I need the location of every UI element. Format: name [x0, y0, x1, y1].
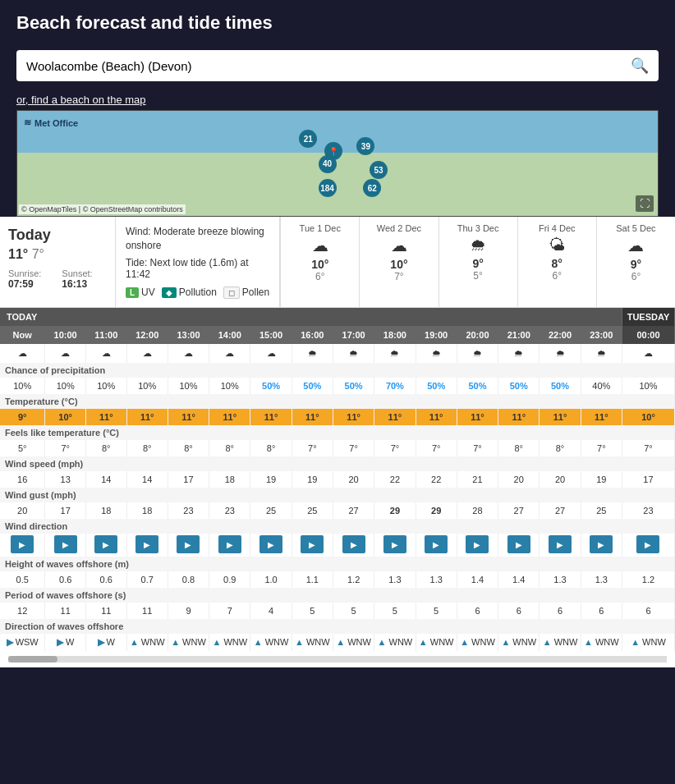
- wind-dir-arrow-2: [94, 535, 117, 553]
- wind-speed-row: 16131414171819192022222120201917: [0, 471, 675, 488]
- weather-icon-13: 🌧: [540, 344, 581, 363]
- day1-icon: ☁: [284, 236, 356, 255]
- forecast-day-2[interactable]: Wed 2 Dec ☁ 10° 7°: [359, 217, 438, 307]
- wind-dir-arrow-13: [549, 535, 572, 553]
- hourly-section: TODAY TUESDAY Now 10:00 11:00 12:00 13:0…: [0, 308, 675, 667]
- wind-dir-arrow-5: [218, 535, 241, 553]
- day4-high: 8°: [521, 257, 593, 270]
- precip-13: 50%: [540, 378, 581, 394]
- map-copyright: © OpenMapTiles | © OpenStreetMap contrib…: [19, 204, 186, 214]
- sunrise-label: Sunrise:: [8, 268, 41, 278]
- day2-high: 10°: [363, 258, 434, 271]
- temp-15: 10°: [622, 409, 674, 425]
- sunrise-value: 07:59: [8, 278, 41, 290]
- feels-4: 8°: [168, 440, 209, 456]
- hour-10: 19:00: [416, 326, 457, 344]
- search-section: 🔍: [0, 46, 675, 89]
- hour-0: Now: [0, 326, 45, 344]
- wind-dir-arrow-12: [507, 535, 530, 553]
- feels-8: 7°: [333, 440, 374, 456]
- search-icon[interactable]: 🔍: [631, 57, 649, 75]
- wind-dir-arrow-14: [590, 535, 613, 553]
- pollution-badge: ◆ Pollution: [162, 287, 217, 298]
- forecast-day-5[interactable]: Sat 5 Dec ☁ 9° 6°: [596, 217, 675, 307]
- temp-0: 9°: [0, 409, 45, 425]
- fullscreen-button[interactable]: ⛶: [636, 195, 654, 212]
- wind-dir-arrow-15: [636, 535, 659, 553]
- forecast-day-4[interactable]: Fri 4 Dec 🌤 8° 6°: [517, 217, 596, 307]
- day1-high: 10°: [284, 258, 356, 271]
- feels-3: 8°: [126, 440, 168, 456]
- hour-3: 12:00: [126, 326, 168, 344]
- uv-badge: L UV: [126, 287, 155, 298]
- map-pin[interactable]: 40: [319, 155, 337, 173]
- met-office-logo: ≋ Met Office: [24, 117, 78, 128]
- feels-like-row: 5° 7° 8° 8° 8° 8° 8° 7° 7° 7° 7° 7° 8° 8…: [0, 440, 675, 456]
- forecast-day-3[interactable]: Thu 3 Dec 🌧 9° 5°: [439, 217, 517, 307]
- wind-info: Wind: Moderate breeze blowing onshore: [126, 225, 269, 253]
- forecast-day-1[interactable]: Tue 1 Dec ☁ 10° 6°: [280, 217, 359, 307]
- forecast-days-container: Tue 1 Dec ☁ 10° 6° Wed 2 Dec ☁ 10° 7° Th…: [280, 217, 675, 307]
- weather-icon-3: ☁: [126, 344, 168, 363]
- precip-15: 10%: [622, 378, 674, 394]
- wind-dir-arrow-6: [259, 535, 282, 553]
- today-header: TODAY: [0, 308, 622, 326]
- pollen-badge: ◻ Pollen: [223, 287, 269, 299]
- precip-10: 50%: [416, 378, 457, 394]
- feels-6: 8°: [250, 440, 292, 456]
- wind-dir-arrow-8: [342, 535, 365, 553]
- hour-8: 17:00: [333, 326, 374, 344]
- precip-8: 50%: [333, 378, 374, 394]
- feels-0: 5°: [0, 440, 45, 456]
- precip-7: 50%: [292, 378, 333, 394]
- hour-labels-row: Now 10:00 11:00 12:00 13:00 14:00 15:00 …: [0, 326, 675, 344]
- weather-icon-2: ☁: [85, 344, 126, 363]
- wind-gust-row: 20171818232325252729292827272523: [0, 502, 675, 519]
- weather-icon-0: ☁: [0, 344, 45, 363]
- feels-10: 7°: [416, 440, 457, 456]
- day1-low: 6°: [284, 271, 356, 282]
- tuesday-header: TUESDAY: [622, 308, 674, 326]
- hour-4: 13:00: [168, 326, 209, 344]
- feels-14: 7°: [581, 440, 622, 456]
- temp-3: 11°: [126, 409, 168, 425]
- wave-period-section-label: Period of waves offshore (s): [0, 588, 675, 603]
- weather-icon-15: ☁: [622, 344, 674, 363]
- precipitation-row: 10% 10% 10% 10% 10% 10% 50% 50% 50% 70% …: [0, 378, 675, 394]
- wave-direction-row: ▶ WSW ▶ W ▶ W ▲ WNW ▲ WNW ▲ WNW ▲ WNW ▲ …: [0, 634, 675, 651]
- hour-9: 18:00: [374, 326, 416, 344]
- wind-dir-arrow-10: [425, 535, 448, 553]
- weather-icon-5: ☁: [209, 344, 250, 363]
- day3-high: 9°: [443, 257, 514, 270]
- search-input[interactable]: [26, 59, 631, 73]
- map-pin[interactable]: 184: [319, 179, 337, 197]
- day2-icon: ☁: [363, 236, 434, 255]
- hour-5: 14:00: [209, 326, 250, 344]
- today-low: 7°: [32, 247, 44, 261]
- wind-gust-section-label: Wind gust (mph): [0, 488, 675, 502]
- weather-icon-1: ☁: [45, 344, 86, 363]
- tide-info: Tide: Next low tide (1.6m) at 11:42: [126, 257, 269, 280]
- day2-low: 7°: [363, 271, 434, 282]
- temp-10: 11°: [416, 409, 457, 425]
- weather-icon-10: 🌧: [416, 344, 457, 363]
- feels-12: 8°: [498, 440, 540, 456]
- wind-dir-section-label: Wind direction: [0, 519, 675, 534]
- precip-0: 10%: [0, 378, 45, 394]
- wind-dir-arrow-4: [177, 535, 200, 553]
- temp-12: 11°: [498, 409, 540, 425]
- wave-period-row: 12111111974555566666: [0, 603, 675, 619]
- day5-high: 9°: [600, 258, 672, 271]
- wind-dir-arrow-7: [301, 535, 324, 553]
- day3-name: Thu 3 Dec: [443, 223, 514, 233]
- feels-1: 7°: [45, 440, 86, 456]
- precip-4: 10%: [168, 378, 209, 394]
- weather-icon-7: 🌧: [292, 344, 333, 363]
- day3-low: 5°: [443, 270, 514, 282]
- wind-dir-arrow-9: [383, 535, 406, 553]
- day4-name: Fri 4 Dec: [521, 223, 593, 233]
- hour-11: 20:00: [457, 326, 498, 344]
- horizontal-scrollbar[interactable]: [0, 651, 675, 667]
- wind-speed-section-label: Wind speed (mph): [0, 456, 675, 471]
- find-on-map-link[interactable]: or, find a beach on the map: [16, 94, 146, 106]
